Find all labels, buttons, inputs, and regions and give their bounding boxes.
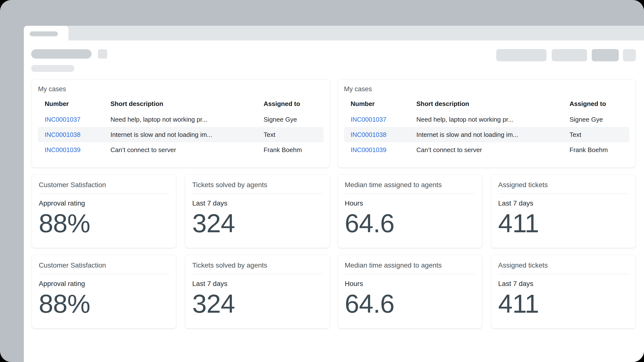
kpi-value: 64.6 — [345, 290, 475, 318]
kpi-card-assigned-tickets[interactable]: Assigned tickets Last 7 days 411 — [491, 255, 636, 329]
kpi-label: Hours — [345, 199, 475, 208]
browser-tab-bar — [24, 26, 644, 40]
kpi-value: 411 — [498, 290, 628, 318]
kpi-label: Hours — [345, 279, 475, 288]
table-row: INC0001037 Need help, laptop not working… — [344, 112, 630, 127]
my-cases-table: Number Short description Assigned to INC… — [344, 96, 630, 157]
kpi-label: Approval rating — [39, 199, 169, 208]
dashboard-column-2: My cases Number Short description Assign… — [338, 79, 636, 329]
dashboard-grid: My cases Number Short description Assign… — [32, 79, 636, 329]
dashboard-column-1: My cases Number Short description Assign… — [32, 79, 330, 329]
tab-title-skeleton — [30, 31, 58, 36]
page-subtitle-skeleton — [31, 65, 74, 72]
kpi-card-tickets-solved[interactable]: Tickets solved by agents Last 7 days 324 — [185, 255, 330, 329]
kpi-label: Approval rating — [39, 279, 169, 288]
my-cases-table: Number Short description Assigned to INC… — [38, 96, 324, 157]
kpi-card-median-time[interactable]: Median time assigned to agents Hours 64.… — [338, 255, 482, 329]
kpi-divider — [192, 274, 322, 274]
browser-tab[interactable] — [24, 26, 68, 40]
kpi-title: Median time assigned to agents — [345, 181, 475, 189]
case-short-description: Can’t connect to server — [104, 146, 257, 154]
kpi-title: Tickets solved by agents — [192, 261, 322, 270]
kpi-divider — [345, 274, 475, 274]
case-number-link[interactable]: INC0001037 — [45, 116, 80, 123]
kpi-title: Median time assigned to agents — [345, 261, 475, 270]
case-short-description: Internet is slow and not loading im... — [104, 131, 257, 139]
kpi-grid: Median time assigned to agents Hours 64.… — [338, 174, 636, 329]
kpi-title: Tickets solved by agents — [192, 181, 322, 189]
case-assigned-to: Signee Gye — [563, 116, 630, 123]
table-header-row: Number Short description Assigned to — [344, 96, 630, 112]
kpi-value: 324 — [192, 209, 322, 237]
my-cases-title: My cases — [344, 84, 630, 94]
kpi-value: 88% — [39, 290, 169, 318]
column-header-number: Number — [38, 100, 104, 108]
header-action-button-1[interactable] — [496, 49, 546, 61]
case-assigned-to: Signee Gye — [257, 116, 324, 123]
case-assigned-to: Frank Boehm — [257, 146, 324, 154]
header-action-button-4[interactable] — [623, 49, 636, 61]
case-number-link[interactable]: INC0001038 — [45, 131, 80, 138]
case-short-description: Internet is slow and not loading im... — [410, 131, 563, 139]
kpi-value: 88% — [39, 209, 169, 237]
my-cases-card: My cases Number Short description Assign… — [338, 79, 636, 168]
kpi-divider — [39, 274, 169, 274]
table-row: INC0001039 Can’t connect to server Frank… — [38, 142, 324, 157]
kpi-label: Last 7 days — [192, 279, 322, 288]
kpi-divider — [345, 194, 475, 194]
header-action-button-2[interactable] — [552, 49, 587, 61]
kpi-card-median-time[interactable]: Median time assigned to agents Hours 64.… — [338, 174, 482, 248]
case-number-link[interactable]: INC0001037 — [351, 116, 386, 123]
table-row: INC0001037 Need help, laptop not working… — [38, 112, 324, 127]
table-row: INC0001038 Internet is slow and not load… — [344, 127, 630, 142]
header-icon-skeleton — [98, 49, 107, 59]
kpi-card-assigned-tickets[interactable]: Assigned tickets Last 7 days 411 — [491, 174, 636, 248]
kpi-divider — [498, 274, 628, 274]
kpi-divider — [39, 194, 169, 194]
kpi-card-tickets-solved[interactable]: Tickets solved by agents Last 7 days 324 — [185, 174, 330, 248]
case-short-description: Need help, laptop not working pr... — [104, 116, 257, 123]
kpi-grid: Customer Satisfaction Approval rating 88… — [32, 174, 330, 329]
page-content: My cases Number Short description Assign… — [24, 40, 644, 362]
kpi-title: Assigned tickets — [498, 261, 628, 270]
kpi-title: Customer Satisfaction — [39, 181, 169, 189]
kpi-label: Last 7 days — [192, 199, 322, 208]
kpi-value: 411 — [498, 209, 628, 237]
device-frame: My cases Number Short description Assign… — [0, 0, 644, 362]
case-number-link[interactable]: INC0001039 — [45, 146, 80, 154]
kpi-card-customer-satisfaction[interactable]: Customer Satisfaction Approval rating 88… — [32, 255, 176, 329]
kpi-card-customer-satisfaction[interactable]: Customer Satisfaction Approval rating 88… — [32, 174, 176, 248]
case-short-description: Can’t connect to server — [410, 146, 563, 154]
table-row: INC0001038 Internet is slow and not load… — [38, 127, 324, 142]
case-number-link[interactable]: INC0001039 — [351, 146, 386, 154]
column-header-assigned-to: Assigned to — [257, 100, 324, 108]
kpi-divider — [192, 194, 322, 194]
column-header-number: Number — [344, 100, 410, 108]
case-number-link[interactable]: INC0001038 — [351, 131, 386, 138]
kpi-title: Assigned tickets — [498, 181, 628, 189]
kpi-title: Customer Satisfaction — [39, 261, 169, 270]
page-title-skeleton — [31, 49, 92, 59]
table-row: INC0001039 Can’t connect to server Frank… — [344, 142, 630, 157]
my-cases-title: My cases — [38, 84, 324, 94]
column-header-assigned-to: Assigned to — [563, 100, 630, 108]
table-header-row: Number Short description Assigned to — [38, 96, 324, 112]
case-assigned-to: Frank Boehm — [563, 146, 630, 154]
kpi-label: Last 7 days — [498, 199, 628, 208]
column-header-short-description: Short description — [410, 100, 563, 108]
case-assigned-to: Text — [257, 131, 324, 139]
column-header-short-description: Short description — [104, 100, 257, 108]
case-assigned-to: Text — [563, 131, 630, 139]
kpi-label: Last 7 days — [498, 279, 628, 288]
kpi-value: 64.6 — [345, 209, 475, 237]
header-action-button-3[interactable] — [592, 49, 619, 61]
my-cases-card: My cases Number Short description Assign… — [32, 79, 330, 168]
kpi-value: 324 — [192, 290, 322, 318]
browser-window: My cases Number Short description Assign… — [24, 26, 644, 362]
case-short-description: Need help, laptop not working pr... — [410, 116, 563, 123]
kpi-divider — [498, 194, 628, 194]
